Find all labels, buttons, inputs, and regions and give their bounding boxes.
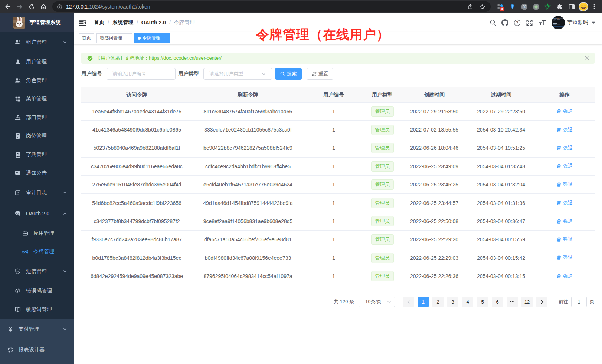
user-type-badge: 管理员 [371,234,394,245]
sidebar-item-role[interactable]: 角色管理 [0,71,74,90]
force-logout-button[interactable]: 强退 [556,236,573,243]
home-icon[interactable] [37,1,49,13]
search-button[interactable]: 搜索 [275,68,302,80]
user-name[interactable]: 芋道源码 [567,19,588,26]
force-logout-button[interactable]: 强退 [556,126,573,133]
page-button-5[interactable]: 5 [477,297,488,307]
page-content: 【用户体系】文档地址：https://doc.iocoder.cn/user-c… [74,44,602,364]
force-logout-button[interactable]: 强退 [556,199,573,206]
tab-home[interactable]: 首页 [79,33,94,43]
sidebar-logo[interactable]: 芋道管理系统 [0,13,74,32]
github-icon[interactable] [499,19,511,26]
cell-user-type: 管理员 [364,139,401,157]
tab-close-icon[interactable] [162,36,167,41]
breadcrumb-separator: / [137,20,138,26]
alert-close-icon[interactable] [585,56,589,60]
page-button-1[interactable]: 1 [418,297,429,307]
site-info-icon[interactable] [57,4,62,10]
force-logout-button[interactable]: 强退 [556,181,573,188]
sidebar-item-post[interactable]: 岗位管理 [0,127,74,145]
page-button-4[interactable]: 4 [462,297,473,307]
sidebar-item-sensitive-word[interactable]: 敏感词管理 [0,300,74,319]
cell-expire-time: 2054-03-04 19:51:25 [468,139,534,157]
next-page-button[interactable] [536,297,547,307]
page-size-select[interactable]: 10条/页 [359,297,395,307]
puzzle-icon[interactable] [554,1,566,13]
menu-dots-icon[interactable] [589,1,599,13]
table-row: b0d1785bc3a8482f812db4a3f3bd15ecb0df4980… [81,249,595,267]
breadcrumb-item[interactable]: 首页 [94,19,104,26]
breadcrumb-item[interactable]: OAuth 2.0 [141,20,166,26]
chevron-down-icon [63,40,67,44]
address-bar[interactable]: 127.0.0.1:1024/system/oauth2/token [52,1,491,12]
tab-close-icon[interactable] [124,36,129,41]
force-logout-button[interactable]: 强退 [556,145,573,151]
cell-create-time: 2022-06-25 22:29:20 [401,231,468,249]
sidebar-item-error-code[interactable]: 错误码管理 [0,282,74,300]
forward-icon[interactable] [14,1,26,13]
breadcrumb-item[interactable]: 系统管理 [112,19,133,26]
cell-user-type: 管理员 [364,176,401,194]
share-icon[interactable] [465,1,475,13]
page-button-2[interactable]: 2 [432,297,444,307]
sidebar-item-dept[interactable]: 部门管理 [0,108,74,127]
more-pages-button[interactable] [507,297,518,307]
sidebar-item-oauth2[interactable]: OAuth 2.0 [0,203,74,224]
force-logout-button[interactable]: 强退 [556,254,573,261]
green-star-icon[interactable] [542,1,554,13]
navbar-tools: ? 芋道源码 [487,16,602,29]
chevron-up-icon [63,211,67,216]
column-header: 用户类型 [364,87,401,102]
red-annotation-text: 令牌管理（在线用户） [256,26,390,43]
force-logout-button[interactable]: 强退 [556,163,573,169]
back-icon[interactable] [2,1,14,13]
sidebar-collapse-icon[interactable] [74,13,92,32]
record-icon[interactable] [530,1,542,13]
cell-expire-time: 2054-03-04 01:31:36 [468,194,534,212]
side-panel-icon[interactable] [566,1,578,13]
extensions-badge-icon[interactable]: 9 [494,1,506,13]
user-id-input[interactable]: 请输入用户编号 [107,68,176,80]
sidebar-item-audit-log[interactable]: 审计日志 [0,182,74,203]
profile-avatar[interactable] [578,1,589,13]
fullscreen-icon[interactable] [523,19,536,26]
sidebar-item-menu[interactable]: 菜单管理 [0,90,74,108]
force-logout-button[interactable]: 强退 [556,108,573,115]
log-icon [15,190,21,196]
user-type-select[interactable]: 请选择用户类型 [203,68,272,80]
sidebar-item-dict[interactable]: 字典管理 [0,145,74,164]
bookmark-star-icon[interactable] [477,1,487,13]
tab-label: 首页 [82,35,91,41]
force-logout-button[interactable]: 强退 [556,218,573,225]
force-logout-button[interactable]: 强退 [556,273,573,279]
cell-user-type: 管理员 [364,194,401,212]
page-button-6[interactable]: 6 [492,297,503,307]
sidebar-item-tenant[interactable]: 租户管理 [0,32,74,53]
sidebar-item-oauth2-token[interactable]: 令牌管理 [0,242,74,261]
sidebar-item-label: 应用管理 [33,230,54,236]
sidebar-item-report-designer[interactable]: 报表设计器 [0,340,74,360]
user-avatar[interactable] [552,16,565,29]
page-button-12[interactable]: 12 [521,297,533,307]
goto-page-input[interactable]: 1 [571,297,587,307]
sidebar-item-user[interactable]: 用户管理 [0,53,74,71]
command-icon[interactable]: ⌘ [518,1,530,13]
font-size-icon[interactable] [536,19,549,26]
sidebar-item-sms[interactable]: 短信管理 [0,261,74,282]
reset-button[interactable]: 重置 [307,68,333,80]
reload-icon[interactable] [26,1,37,13]
sidebar-item-notice[interactable]: 通知公告 [0,164,74,182]
prev-page-button[interactable] [403,297,414,307]
tab-token-management[interactable]: 令牌管理 [134,33,170,43]
search-icon[interactable] [487,19,499,26]
sidebar-item-pay[interactable]: 支付管理 [0,319,74,340]
page-button-3[interactable]: 3 [447,297,458,307]
cell-user-id: 1 [304,120,364,139]
caret-down-icon[interactable] [592,21,595,24]
sidebar-item-oauth2-app[interactable]: 应用管理 [0,224,74,242]
gem-icon[interactable] [506,1,518,13]
tab-sensitive-word[interactable]: 敏感词管理 [96,33,132,43]
tab-label: 敏感词管理 [100,35,122,41]
cell-refresh-token: 811c530487574fa0af1a59d3abc1aa66 [192,102,304,120]
help-icon[interactable]: ? [511,19,523,26]
